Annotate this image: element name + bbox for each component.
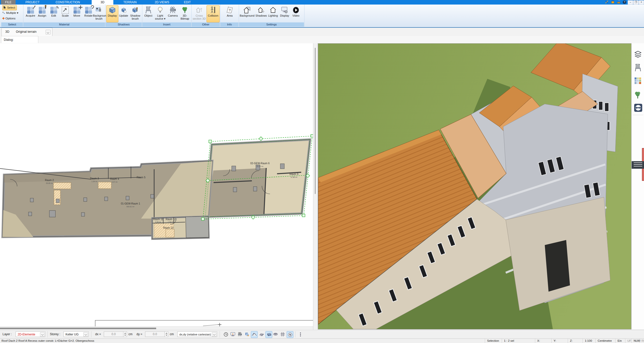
view-type-label: 3D	[5, 30, 9, 33]
tab-2d-views[interactable]: 2D VIEWS	[148, 0, 176, 5]
dialog-tab[interactable]: Dialog:	[1, 36, 38, 43]
dx-spinner[interactable]	[123, 331, 127, 337]
tools-icon[interactable]	[604, 0, 609, 4]
tab-file[interactable]: FILE	[1, 0, 16, 5]
shadows-update-button[interactable]: Update	[118, 5, 129, 22]
collision-button[interactable]: Collision	[207, 5, 220, 22]
dx-input[interactable]	[104, 331, 123, 337]
render-monitor-icon[interactable]: ★	[230, 331, 236, 337]
options-button[interactable]: ✚ Options	[2, 16, 15, 21]
vertical-scrollbar-thumb[interactable]	[315, 48, 316, 194]
plan-2d-view[interactable]: Raum 2 25.65 m² Raum 3 1.34 m² Raum 4 4.…	[0, 43, 313, 326]
stack-icon[interactable]	[617, 0, 621, 4]
layers-icon[interactable]	[634, 50, 642, 58]
chevron-down-icon[interactable]	[46, 30, 51, 35]
slab-toggle[interactable]	[265, 331, 272, 338]
furniture-icon[interactable]	[634, 64, 642, 72]
multiple-button[interactable]: Multiple ▾	[2, 11, 18, 15]
room-label: Raum 12	[166, 218, 176, 221]
area-button[interactable]: ? Area	[223, 5, 236, 22]
plan-selected-block[interactable]	[205, 140, 310, 217]
group-label-insert: Insert	[142, 22, 191, 27]
ribbon: Select Multiple ▾ ✚ Options Select Acqui…	[0, 5, 644, 28]
tab-terrain[interactable]: TERRAIN	[118, 0, 142, 5]
layer-dropdown[interactable]: 2D-Elemente	[16, 331, 45, 337]
teamviewer-icon[interactable]	[634, 104, 642, 111]
tab-construction[interactable]: CONSTRUCTION	[50, 0, 86, 5]
ribbon-group-select: Select Multiple ▾ ✚ Options Select	[1, 5, 23, 27]
group-label-other: Other	[192, 22, 220, 27]
chevron-down-icon[interactable]	[83, 332, 88, 337]
background-brush-button[interactable]: Background brush	[93, 5, 105, 22]
vertical-scrollbar[interactable]	[313, 43, 317, 330]
group-label-settings: Settings	[239, 22, 304, 27]
close-button[interactable]: ×	[639, 0, 644, 5]
shadows-display-button[interactable]: Display	[106, 5, 118, 22]
object-button[interactable]: Object	[143, 5, 154, 22]
bulb-icon	[154, 6, 166, 14]
multiple-select-icon	[2, 11, 5, 14]
camera-button[interactable]: Camera	[167, 5, 179, 22]
dy-spinner[interactable]	[164, 331, 168, 337]
coordinate-mode-dropdown[interactable]: dx,dy (relative cartesian)	[177, 331, 217, 337]
tab-edit[interactable]: EDIT	[179, 0, 195, 5]
chevron-down-icon[interactable]	[212, 332, 216, 337]
rf-toggle[interactable]: RF	[639, 339, 644, 343]
storey-dropdown[interactable]: Keller UG	[63, 331, 89, 337]
restore-button[interactable]: ❐	[633, 0, 639, 5]
dy-input[interactable]	[145, 331, 165, 337]
plants-icon[interactable]	[634, 91, 642, 99]
package-icon[interactable]	[611, 0, 615, 4]
panel-grip-handle[interactable]	[632, 161, 644, 169]
roof-display-toggle[interactable]	[251, 331, 258, 338]
tab-project[interactable]: PROJECT	[20, 0, 45, 5]
view-bar: 3D Original terrain	[0, 28, 644, 36]
chevron-down-icon[interactable]	[40, 332, 45, 337]
group-label-shadows: Shadows	[106, 22, 142, 27]
group-label-info: Info	[220, 22, 239, 27]
svg-text:3.39 m²: 3.39 m²	[155, 221, 161, 223]
view-selector-box: 3D Original terrain	[2, 28, 52, 36]
grid-toggle[interactable]	[280, 331, 286, 337]
materials-palette-icon[interactable]	[634, 77, 642, 85]
room-label: Raum 9	[289, 173, 298, 176]
svg-text:★: ★	[232, 333, 234, 335]
layers-copy-icon[interactable]	[244, 331, 250, 337]
hatch-toggle[interactable]	[258, 331, 265, 337]
video-button[interactable]: Video	[290, 5, 302, 22]
shadow-brush-button[interactable]: Shadow brush	[129, 5, 142, 22]
video-camera-icon[interactable]	[237, 331, 243, 337]
view-3d-render[interactable]	[318, 43, 631, 329]
layer-label: Layer :	[3, 332, 12, 336]
minimize-button[interactable]: –	[628, 0, 633, 5]
room-label: 02-GEW-Raum 6	[250, 162, 270, 165]
horizontal-scrollbar[interactable]	[0, 326, 313, 330]
select-button[interactable]: Select	[2, 5, 17, 10]
3d-bitmap-button[interactable]: 3D-Bitmap	[178, 5, 191, 22]
contours-toggle[interactable]	[273, 331, 279, 337]
svg-text:11.86 m²: 11.86 m²	[290, 176, 297, 178]
svg-text:4.37 m²: 4.37 m²	[112, 181, 118, 183]
settings-shadows-button[interactable]: Shadows	[255, 5, 267, 22]
north-toggle[interactable]: N	[287, 331, 293, 338]
settings-display-button[interactable]: Display	[279, 5, 291, 22]
help-icon[interactable]: ?	[622, 0, 627, 4]
selection-value: 1 : 2 sel	[502, 339, 537, 343]
svg-text:N: N	[289, 333, 291, 336]
tab-3d[interactable]: 3D	[92, 0, 113, 5]
clock-icon[interactable]	[223, 331, 229, 337]
background-brush-icon	[93, 6, 105, 14]
chair-icon	[143, 6, 154, 14]
dx-label: dx =	[95, 332, 101, 336]
cross-section-3d-button[interactable]: Cross section 3D	[192, 5, 207, 22]
room-label: Raum 13	[163, 226, 174, 229]
light-source-button[interactable]: Light source ▾	[154, 5, 167, 22]
svg-text:?: ?	[229, 8, 230, 12]
horizontal-scrollbar-thumb[interactable]	[0, 328, 156, 329]
settings-background-button[interactable]: Background	[239, 5, 255, 22]
group-label-select: Select	[1, 22, 23, 27]
unit-indicator[interactable]: Centimetre	[595, 339, 617, 343]
settings-lighting-button[interactable]: Lighting	[267, 5, 279, 22]
more-options-kebab-icon[interactable]	[297, 331, 303, 337]
terrain-dropdown[interactable]: Original terrain	[14, 29, 51, 35]
